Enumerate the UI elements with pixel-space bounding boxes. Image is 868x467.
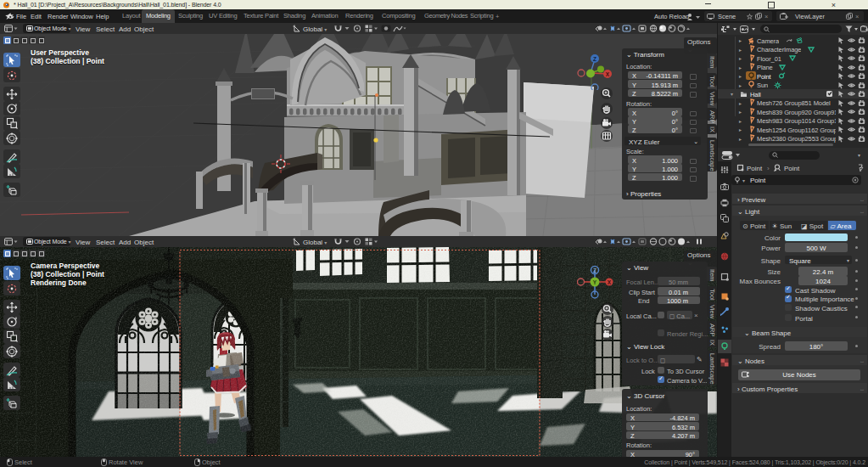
svg-text:Z: Z (593, 56, 596, 62)
svg-text:Z: Z (593, 267, 596, 273)
svg-text:X: X (606, 71, 610, 77)
svg-text:Y: Y (593, 279, 597, 285)
svg-text:X: X (608, 279, 612, 285)
